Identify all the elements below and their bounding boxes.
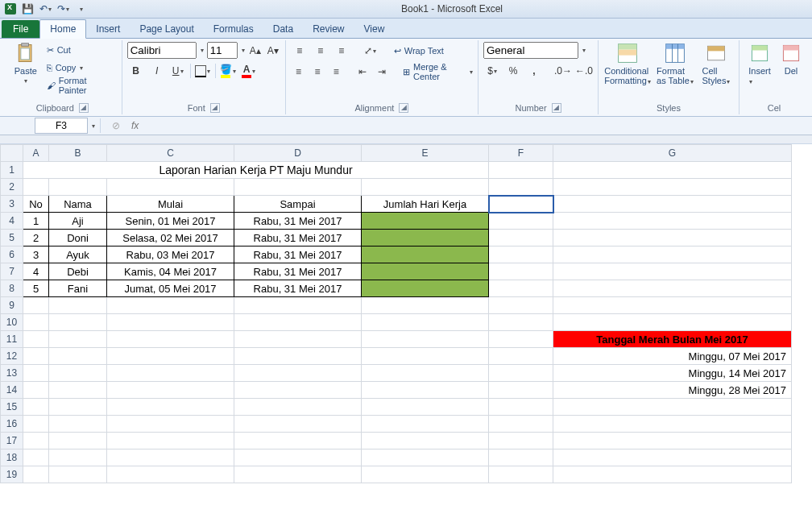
- cell-F14[interactable]: [489, 382, 553, 399]
- cell-G14[interactable]: Minggu, 28 Mei 2017: [553, 382, 792, 399]
- decrease-decimal-icon[interactable]: ←.0: [575, 62, 593, 80]
- align-left-icon[interactable]: ≡: [291, 63, 306, 81]
- wrap-text-button[interactable]: ↩Wrap Text: [394, 43, 444, 59]
- cell-D14[interactable]: [234, 382, 362, 399]
- cell-F16[interactable]: [489, 416, 553, 433]
- format-painter-button[interactable]: 🖌Format Painter: [47, 77, 117, 93]
- row-header-8[interactable]: 8: [1, 280, 23, 297]
- cell-E18[interactable]: [362, 450, 489, 466]
- cell-styles-button[interactable]: CellStyles▾: [698, 42, 734, 85]
- cell-C9[interactable]: [107, 297, 234, 314]
- cell-G15[interactable]: [553, 399, 792, 416]
- cell-F17[interactable]: [489, 433, 553, 450]
- cell-E6[interactable]: [362, 246, 489, 263]
- col-header-C[interactable]: C: [107, 145, 234, 162]
- tab-formulas[interactable]: Formulas: [204, 20, 263, 38]
- cell-B15[interactable]: [49, 399, 107, 416]
- row-header-7[interactable]: 7: [1, 263, 23, 280]
- cell-A11[interactable]: [23, 331, 49, 348]
- cell-D17[interactable]: [234, 433, 362, 450]
- cell-B17[interactable]: [49, 433, 107, 450]
- row-header-2[interactable]: 2: [1, 179, 23, 196]
- cell-F7[interactable]: [489, 263, 553, 280]
- align-middle-icon[interactable]: ≡: [312, 42, 329, 60]
- row-header-17[interactable]: 17: [1, 433, 23, 450]
- cell-E2[interactable]: [362, 179, 489, 196]
- cell-D10[interactable]: [234, 314, 362, 331]
- cell-D13[interactable]: [234, 365, 362, 382]
- tab-insert[interactable]: Insert: [86, 20, 130, 38]
- align-center-icon[interactable]: ≡: [309, 63, 325, 81]
- cell-C16[interactable]: [107, 416, 234, 433]
- col-header-F[interactable]: F: [489, 145, 553, 162]
- tab-home[interactable]: Home: [39, 19, 86, 39]
- cell-C10[interactable]: [107, 314, 234, 331]
- align-right-icon[interactable]: ≡: [329, 63, 344, 81]
- name-box[interactable]: [35, 118, 88, 134]
- cell-C2[interactable]: [107, 179, 234, 196]
- copy-button[interactable]: ⎘Copy▾: [47, 60, 117, 76]
- cell-A12[interactable]: [23, 348, 49, 365]
- cell-C6[interactable]: Rabu, 03 Mei 2017: [107, 246, 234, 263]
- cell-E11[interactable]: [362, 331, 489, 348]
- cell-F10[interactable]: [489, 314, 553, 331]
- row-header-15[interactable]: 15: [1, 399, 23, 416]
- tab-file[interactable]: File: [2, 20, 39, 38]
- cell-F3[interactable]: [489, 196, 553, 213]
- cell-A1[interactable]: Laporan Harian Kerja PT Maju Mundur: [23, 162, 489, 179]
- cell-G11[interactable]: Tanggal Merah Bulan Mei 2017: [553, 331, 792, 348]
- row-header-5[interactable]: 5: [1, 230, 23, 246]
- cell-B14[interactable]: [49, 382, 107, 399]
- delete-cells-button[interactable]: Del: [778, 42, 804, 76]
- increase-indent-icon[interactable]: ⇥: [374, 63, 389, 81]
- cell-C15[interactable]: [107, 399, 234, 416]
- cell-F1[interactable]: [489, 162, 553, 179]
- cell-C12[interactable]: [107, 348, 234, 365]
- cell-B5[interactable]: Doni: [49, 230, 107, 246]
- cell-B8[interactable]: Fani: [49, 280, 107, 297]
- fx-icon[interactable]: fx: [131, 120, 139, 131]
- cell-E8[interactable]: [362, 280, 489, 297]
- save-icon[interactable]: 💾: [21, 2, 34, 15]
- number-dialog-launcher[interactable]: ◢: [552, 103, 561, 113]
- tab-page-layout[interactable]: Page Layout: [130, 20, 203, 38]
- cell-G4[interactable]: [553, 213, 792, 230]
- comma-format-icon[interactable]: ,: [525, 62, 543, 80]
- row-header-4[interactable]: 4: [1, 213, 23, 230]
- format-as-table-button[interactable]: Formatas Table▾: [655, 42, 695, 85]
- tab-review[interactable]: Review: [303, 20, 354, 38]
- cell-D12[interactable]: [234, 348, 362, 365]
- cell-C19[interactable]: [107, 466, 234, 483]
- cell-B7[interactable]: Debi: [49, 263, 107, 280]
- cell-D6[interactable]: Rabu, 31 Mei 2017: [234, 246, 362, 263]
- cell-G5[interactable]: [553, 230, 792, 246]
- accounting-format-icon[interactable]: $▾: [483, 62, 501, 80]
- row-header-10[interactable]: 10: [1, 314, 23, 331]
- cell-D15[interactable]: [234, 399, 362, 416]
- row-header-16[interactable]: 16: [1, 416, 23, 433]
- cell-A14[interactable]: [23, 382, 49, 399]
- cell-A15[interactable]: [23, 399, 49, 416]
- cell-A13[interactable]: [23, 365, 49, 382]
- cell-G10[interactable]: [553, 314, 792, 331]
- paste-button[interactable]: Paste▾: [8, 42, 44, 85]
- cell-F2[interactable]: [489, 179, 553, 196]
- cell-A10[interactable]: [23, 314, 49, 331]
- align-top-icon[interactable]: ≡: [291, 42, 309, 60]
- increase-font-icon[interactable]: A▴: [248, 43, 263, 59]
- decrease-indent-icon[interactable]: ⇤: [354, 63, 370, 81]
- cell-E17[interactable]: [362, 433, 489, 450]
- cell-E12[interactable]: [362, 348, 489, 365]
- clipboard-dialog-launcher[interactable]: ◢: [79, 103, 89, 113]
- cell-C3[interactable]: Mulai: [107, 196, 234, 213]
- cell-E4[interactable]: [362, 213, 489, 230]
- cell-B13[interactable]: [49, 365, 107, 382]
- underline-button[interactable]: U▾: [169, 62, 187, 80]
- cell-D11[interactable]: [234, 331, 362, 348]
- italic-button[interactable]: I: [148, 62, 166, 80]
- fill-color-button[interactable]: 🪣▾: [219, 62, 237, 80]
- cell-E14[interactable]: [362, 382, 489, 399]
- cell-A9[interactable]: [23, 297, 49, 314]
- bold-button[interactable]: B: [127, 62, 145, 80]
- cell-D3[interactable]: Sampai: [234, 196, 362, 213]
